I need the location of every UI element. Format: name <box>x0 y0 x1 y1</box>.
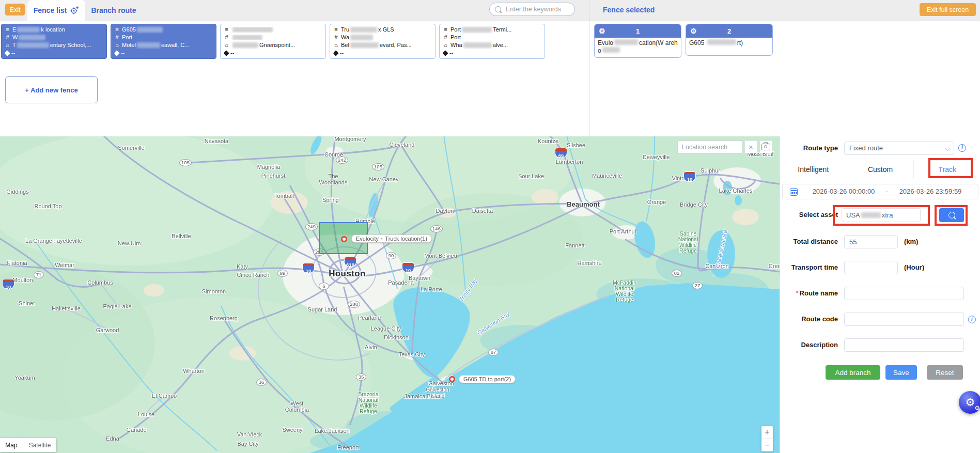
select-asset-label: Select asset <box>780 208 838 222</box>
map-label: Yoakum <box>14 374 35 381</box>
map-label: GalvestonIsland <box>426 387 449 399</box>
fence-card[interactable]: ≡G605 #Port⌂Motel eawall, C...-- <box>111 24 216 59</box>
screenshot-camera-button[interactable] <box>759 140 772 153</box>
fence-card-text: Trux GLS <box>341 26 394 34</box>
route-code-info-icon[interactable] <box>968 316 976 323</box>
gear-icon[interactable]: ⚙ <box>690 24 697 38</box>
map-label: Hamshire <box>577 260 601 266</box>
tab-intelligent[interactable]: Intelligent <box>780 160 847 179</box>
fence-card-line: -- <box>333 49 432 57</box>
route-type-info-icon[interactable] <box>958 144 966 152</box>
map-pin-label: Evulocity + Truck location(1) <box>351 235 432 243</box>
selected-fence-card[interactable]: ⚙2G605 rt) <box>686 24 773 56</box>
date-range-picker[interactable]: 2026-03-26 00:00:00 - 2026-03-26 23:59:5… <box>782 184 978 199</box>
map-base <box>0 136 780 453</box>
gear-icon[interactable]: ⚙ <box>599 24 605 38</box>
close-icon[interactable]: × <box>744 140 757 153</box>
hash-icon: # <box>5 34 10 41</box>
add-branch-button[interactable]: Add branch <box>826 365 880 380</box>
fence-card[interactable]: ≡Trux GLS#Wa⌂Belevard, Pas...-- <box>330 24 435 59</box>
map[interactable]: HoustonBeaumontSomervilleNavasotaMontgom… <box>0 136 780 453</box>
exit-button[interactable]: Exit <box>5 4 25 15</box>
home-icon: ⌂ <box>333 41 339 49</box>
map-label: Eagle Lake <box>103 303 131 309</box>
text-fragment: Greenspoint... <box>259 41 295 49</box>
add-new-fence-button[interactable]: + Add new fence <box>5 76 98 103</box>
gear-small-icon: ⚙ <box>974 404 980 412</box>
location-search-input[interactable] <box>677 140 742 153</box>
redacted-text <box>350 35 373 40</box>
road-shield: 99 <box>277 270 288 277</box>
save-button[interactable]: Save <box>885 365 917 380</box>
map-label: WestColumbia <box>285 400 309 413</box>
map-label: Columbus <box>87 279 113 286</box>
map-label: Ganado <box>126 427 146 433</box>
map-label: Dickinson <box>384 334 409 340</box>
text-fragment: G605 <box>689 39 706 46</box>
map-label: Freeport <box>337 444 359 450</box>
map-label: Bay City <box>238 441 259 447</box>
tab-track[interactable]: Track <box>914 160 980 179</box>
fence-card[interactable]: ≡Ek location#W⌂Tentary School,...-- <box>1 24 107 59</box>
settings-fab[interactable]: ⚙ ⚙ <box>959 391 980 414</box>
map-marker[interactable] <box>341 236 347 242</box>
selected-fence-name: Evulocation(W areho <box>595 38 681 57</box>
asset-search-button[interactable] <box>939 208 964 222</box>
text-fragment: Wa <box>341 34 349 41</box>
text-fragment: W <box>12 34 18 41</box>
zoom-out-button[interactable]: − <box>761 439 773 451</box>
hash-icon: # <box>114 34 120 41</box>
text-fragment: Termi... <box>493 26 511 34</box>
road-shield: 249 <box>305 223 318 230</box>
transport-time-input[interactable] <box>844 261 898 274</box>
fence-card-line: -- <box>443 49 541 57</box>
fence-card-line: ≡Port Termi... <box>443 26 541 34</box>
required-asterisk: * <box>796 289 799 297</box>
selected-fence-name: G605 rt) <box>686 38 772 55</box>
text-fragment: Evulo <box>598 39 613 46</box>
map-type-satellite[interactable]: Satellite <box>23 438 56 452</box>
map-label: Lake Jackson <box>315 428 349 434</box>
text-fragment: Port <box>450 26 461 34</box>
map-type-map[interactable]: Map <box>0 438 23 452</box>
hash-icon: # <box>443 34 448 41</box>
tab-fence-list[interactable]: Fence list <box>27 0 85 21</box>
home-icon: ⌂ <box>114 41 120 49</box>
map-label: La Porte <box>421 286 442 292</box>
fence-card-text: W <box>12 34 46 41</box>
list-icon: ≡ <box>333 26 339 34</box>
map-marker[interactable] <box>449 376 455 382</box>
road-shield: 36 <box>256 379 267 386</box>
selected-fence-card[interactable]: ⚙1Evulocation(W areho <box>594 24 681 58</box>
fence-card[interactable]: ≡#⌂ Greenspoint...-- <box>220 24 326 59</box>
route-code-input[interactable] <box>844 313 964 326</box>
text-fragment: -- <box>340 49 344 57</box>
tab-custom[interactable]: Custom <box>847 160 914 179</box>
text-fragment: rt) <box>737 39 743 46</box>
map-label: Cleveland <box>390 142 415 148</box>
road-shield: 10 <box>303 263 314 273</box>
exit-full-screen-button[interactable]: Exit full screen <box>920 3 976 16</box>
route-name-input[interactable] <box>844 287 964 300</box>
keyword-search-input[interactable] <box>505 5 569 13</box>
fence-card-text: Whaalve... <box>450 41 508 49</box>
select-asset-input[interactable]: USAxtra <box>842 208 921 222</box>
tab-branch-route[interactable]: Branch route <box>89 0 138 21</box>
fence-card-line: # <box>224 34 322 41</box>
fence-card[interactable]: ≡Port Termi...#Port⌂Whaalve...-- <box>439 24 545 59</box>
text-fragment: x GLS <box>378 26 394 34</box>
map-label: Hallettsville <box>52 305 81 311</box>
fence-list-tab-label: Fence list <box>34 6 67 14</box>
total-distance-label: Total distance <box>780 235 838 248</box>
redacted-text <box>232 42 258 48</box>
zoom-in-button[interactable]: + <box>761 426 773 439</box>
total-distance-input[interactable] <box>844 235 898 248</box>
description-input[interactable] <box>844 338 964 352</box>
reset-button[interactable]: Reset <box>927 365 963 380</box>
list-icon: ≡ <box>114 26 120 34</box>
text-fragment: E <box>12 26 16 34</box>
route-type-select[interactable]: Fixed route <box>844 142 954 155</box>
road-shield: 242 <box>336 157 348 164</box>
route-code-label: Route code <box>780 313 838 326</box>
map-label: Van Vleck <box>237 431 262 438</box>
